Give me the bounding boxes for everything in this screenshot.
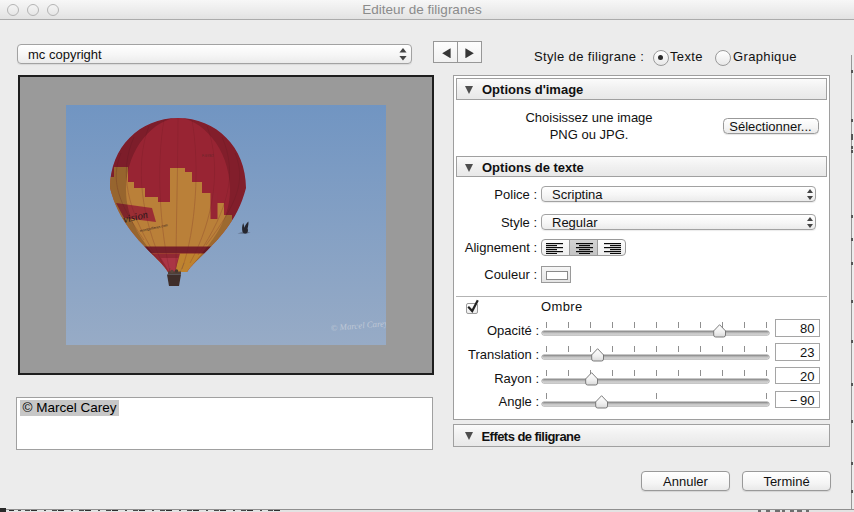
svg-text:F-GYBO: F-GYBO [202, 154, 214, 158]
